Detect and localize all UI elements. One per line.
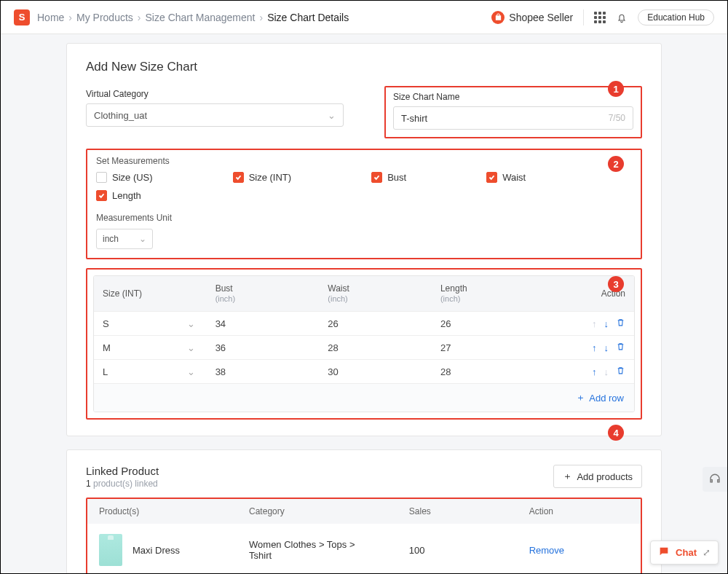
move-down-icon[interactable]: ↓ (604, 318, 609, 329)
crumb-current: Size Chart Details (267, 12, 349, 23)
linked-row: Maxi Dress Women Clothes > Tops > Tshirt… (87, 524, 641, 574)
add-row-bar: ＋ Add row (94, 383, 634, 412)
crumb-home[interactable]: Home (37, 12, 64, 23)
set-measurements-label: Set Measurements (96, 156, 632, 166)
chk-length[interactable]: Length (96, 190, 141, 201)
move-up-icon[interactable]: ↑ (592, 366, 597, 377)
size-chart-name-input[interactable]: T-shirt 7/50 (393, 106, 633, 130)
unit-value: inch (103, 234, 119, 244)
plus-icon: ＋ (563, 470, 572, 483)
add-products-label: Add products (577, 471, 633, 482)
chk-label: Bust (387, 172, 406, 183)
page-root: S Home › My Products › Size Chart Manage… (0, 0, 728, 574)
virtual-category-select[interactable]: Clothing_uat ⌄ (86, 103, 344, 127)
annotation-badge-4: 4 (608, 425, 624, 441)
add-row-button[interactable]: ＋ Add row (576, 391, 624, 404)
delete-icon[interactable] (616, 318, 625, 329)
bust-cell[interactable]: 38 (215, 366, 328, 377)
product-name: Maxi Dress (132, 545, 180, 556)
delete-icon[interactable] (616, 342, 625, 353)
table-row: L⌄ 38 30 28 ↑ ↓ (94, 359, 634, 383)
move-up-icon[interactable]: ↑ (592, 342, 597, 353)
crumb-size-chart-mgmt[interactable]: Size Chart Management (146, 12, 256, 23)
annotation-badge-2: 2 (608, 156, 624, 172)
highlight-box-3: Size (INT) Bust(inch) Waist(inch) Length… (86, 268, 642, 420)
chat-widget[interactable]: Chat ⤢ (650, 540, 719, 565)
measurements-row-1: Size (US) Size (INT) Bust Waist (96, 172, 632, 183)
move-down-icon: ↓ (604, 366, 609, 377)
highlight-box-2: Set Measurements Size (US) Size (INT) Bu… (86, 149, 642, 259)
annotation-badge-1: 1 (608, 81, 624, 97)
table-row: M⌄ 36 28 27 ↑ ↓ (94, 335, 634, 359)
unit-select[interactable]: inch ⌄ (96, 229, 153, 249)
waist-cell[interactable]: 28 (328, 342, 440, 353)
chk-waist[interactable]: Waist (486, 172, 526, 183)
brand-label[interactable]: Shopee Seller (491, 11, 573, 24)
table-row: S⌄ 34 26 26 ↑ ↓ (94, 311, 634, 335)
support-headset-icon[interactable] (703, 467, 727, 492)
product-sales: 100 (409, 545, 529, 556)
length-cell[interactable]: 27 (440, 342, 553, 353)
row-actions: ↑ ↓ (553, 342, 625, 353)
row-actions: ↑ ↓ (553, 318, 625, 329)
chevron-down-icon: ⌄ (187, 366, 195, 377)
add-products-button[interactable]: ＋ Add products (553, 465, 642, 488)
bell-icon[interactable] (616, 11, 628, 24)
education-hub-button[interactable]: Education Hub (638, 9, 714, 25)
size-cell[interactable]: M⌄ (103, 342, 215, 353)
chevron-right-icon: › (68, 12, 72, 23)
annotation-badge-3: 3 (608, 276, 624, 292)
top-fields-row: Virtual Category Clothing_uat ⌄ Size Cha… (86, 89, 642, 138)
delete-icon[interactable] (616, 366, 625, 377)
vc-value: Clothing_uat (94, 110, 147, 121)
linked-title: Linked Product (86, 465, 159, 477)
product-thumb (99, 534, 122, 566)
brand-text: Shopee Seller (509, 12, 573, 23)
crumb-my-products[interactable]: My Products (76, 12, 133, 23)
chk-size-int[interactable]: Size (INT) (233, 172, 292, 183)
divider (583, 9, 584, 25)
length-cell[interactable]: 26 (440, 318, 553, 329)
bust-cell[interactable]: 36 (215, 342, 328, 353)
size-cell[interactable]: L⌄ (103, 366, 215, 377)
waist-cell[interactable]: 30 (328, 366, 440, 377)
highlight-box-1: Size Chart Name T-shirt 7/50 (384, 86, 642, 138)
content: Add New Size Chart Virtual Category Clot… (1, 34, 727, 574)
th-size: Size (INT) (103, 288, 215, 299)
chat-icon (658, 546, 670, 559)
name-label: Size Chart Name (393, 92, 633, 102)
move-down-icon[interactable]: ↓ (604, 342, 609, 353)
bag-icon (491, 11, 505, 24)
chk-label: Waist (502, 172, 526, 183)
measurements-row-2: Length (96, 190, 632, 201)
name-char-count: 7/50 (609, 113, 625, 123)
product-cell: Maxi Dress (99, 534, 249, 566)
linked-subtitle: 1 product(s) linked (86, 479, 159, 489)
chk-label: Length (112, 190, 141, 201)
chevron-right-icon: › (259, 12, 263, 23)
apps-grid-icon[interactable] (594, 12, 606, 23)
highlight-box-4: Product(s) Category Sales Action Maxi Dr… (86, 498, 642, 574)
linked-head: Linked Product 1 product(s) linked ＋ Add… (86, 465, 642, 489)
row-actions: ↑ ↓ (553, 366, 625, 377)
chk-size-us[interactable]: Size (US) (96, 172, 153, 183)
breadcrumb: Home › My Products › Size Chart Manageme… (37, 12, 349, 23)
linked-table: Product(s) Category Sales Action Maxi Dr… (87, 499, 641, 574)
chk-bust[interactable]: Bust (371, 172, 406, 183)
size-cell[interactable]: S⌄ (103, 318, 215, 329)
name-value: T-shirt (401, 113, 427, 124)
chevron-down-icon: ⌄ (187, 318, 195, 329)
size-chart-name-field: Size Chart Name T-shirt 7/50 (384, 89, 642, 138)
th-bust: Bust(inch) (215, 283, 328, 304)
remove-link[interactable]: Remove (529, 545, 629, 556)
chevron-down-icon: ⌄ (139, 234, 146, 244)
waist-cell[interactable]: 26 (328, 318, 440, 329)
chevron-down-icon: ⌄ (187, 342, 195, 353)
bust-cell[interactable]: 34 (215, 318, 328, 329)
length-cell[interactable]: 28 (440, 366, 553, 377)
virtual-category-field: Virtual Category Clothing_uat ⌄ (86, 89, 344, 138)
th-product: Product(s) (99, 506, 249, 516)
chk-label: Size (US) (112, 172, 153, 183)
th-sales: Sales (409, 506, 529, 516)
vc-label: Virtual Category (86, 89, 344, 99)
